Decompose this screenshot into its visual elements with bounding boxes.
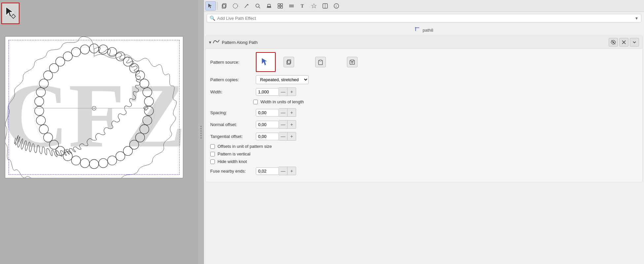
width-input-group: — + xyxy=(256,87,296,96)
offsets-unit-checkbox[interactable] xyxy=(210,144,215,149)
tangential-offset-decrease-btn[interactable]: — xyxy=(279,132,288,141)
link-btn[interactable] xyxy=(347,57,357,67)
effects-toolbar: T i xyxy=(204,0,644,12)
spacing-input-group: — + xyxy=(256,108,296,117)
effect-visible-btn[interactable] xyxy=(609,38,618,47)
width-row: Width: — + xyxy=(210,87,638,96)
normal-offset-increase-btn[interactable]: + xyxy=(288,120,296,129)
width-units-label[interactable]: Width in units of length xyxy=(260,99,304,104)
drawing-canvas: CFZ xyxy=(5,36,183,178)
toolbar-btn-lines[interactable] xyxy=(286,1,297,11)
effect-title: Pattern Along Path xyxy=(222,40,609,45)
pattern-vertical-label[interactable]: Pattern is vertical xyxy=(218,151,251,156)
search-input[interactable] xyxy=(217,16,635,21)
divider-handle xyxy=(200,126,202,139)
search-bar: 🔍 ▾ xyxy=(207,14,641,22)
canvas-svg: CFZ xyxy=(5,37,183,178)
toolbar-btn-node-edit[interactable] xyxy=(320,1,330,11)
paste-btn[interactable] xyxy=(315,57,326,67)
svg-rect-84 xyxy=(352,61,353,63)
toolbar-btn-search[interactable] xyxy=(253,1,263,11)
effect-body: Pattern source: xyxy=(206,49,642,182)
fuse-nearby-increase-btn[interactable]: + xyxy=(288,167,296,175)
normal-offset-decrease-btn[interactable]: — xyxy=(279,120,288,129)
width-increase-btn[interactable]: + xyxy=(288,87,296,96)
spacing-increase-btn[interactable]: + xyxy=(288,108,296,117)
effects-panel: T i 🔍 ▾ xyxy=(204,0,644,264)
svg-point-50 xyxy=(233,4,238,8)
fuse-nearby-input[interactable] xyxy=(256,167,279,175)
tangential-offset-label: Tangential offset: xyxy=(210,134,253,139)
normal-offset-label: Normal offset: xyxy=(210,122,253,127)
width-units-checkbox[interactable] xyxy=(253,100,258,104)
svg-rect-59 xyxy=(278,4,280,6)
effect-header: ▾ Pattern Along Path xyxy=(206,36,642,49)
path-label: path8 xyxy=(423,28,433,33)
svg-rect-61 xyxy=(278,6,280,8)
pattern-copies-value-area: Single, stretched Single, repeated Repea… xyxy=(256,75,309,84)
width-input[interactable] xyxy=(256,88,279,96)
toolbar-btn-select[interactable] xyxy=(205,1,216,11)
toolbar-btn-info[interactable]: i xyxy=(331,1,342,11)
toolbar-btn-copy[interactable] xyxy=(219,1,229,11)
svg-line-55 xyxy=(259,7,260,8)
svg-marker-47 xyxy=(208,4,212,8)
fuse-nearby-label: Fuse nearby ends: xyxy=(210,169,253,174)
normal-offset-input-group: — + xyxy=(256,120,296,129)
pattern-source-row: Pattern source: xyxy=(210,52,638,72)
normal-offset-input[interactable] xyxy=(256,121,279,128)
pattern-vertical-checkbox[interactable] xyxy=(210,152,215,156)
path-label-row: path8 xyxy=(204,24,644,36)
tangential-offset-increase-btn[interactable]: + xyxy=(288,132,296,141)
offsets-unit-label[interactable]: Offsets in unit of pattern size xyxy=(218,144,272,149)
effect-icon xyxy=(213,39,220,46)
pattern-copies-label: Pattern copies: xyxy=(210,77,253,82)
svg-rect-83 xyxy=(351,60,354,61)
width-decrease-btn[interactable]: — xyxy=(279,87,288,96)
tool-indicator xyxy=(1,3,19,24)
effect-expand-btn[interactable] xyxy=(630,38,639,47)
pattern-source-label: Pattern source: xyxy=(210,60,253,65)
pattern-source-box[interactable] xyxy=(256,52,276,72)
svg-rect-81 xyxy=(320,60,322,61)
fuse-nearby-decrease-btn[interactable]: — xyxy=(279,167,288,175)
panel-divider[interactable] xyxy=(198,0,204,264)
svg-text:T: T xyxy=(301,4,304,9)
svg-marker-0 xyxy=(6,7,13,17)
pattern-vertical-row: Pattern is vertical xyxy=(210,151,638,156)
toolbar-btn-grid[interactable] xyxy=(275,1,286,11)
effect-remove-btn[interactable] xyxy=(619,38,628,47)
pattern-copies-row: Pattern copies: Single, stretched Single… xyxy=(210,75,638,84)
effect-collapse-btn[interactable]: ▾ xyxy=(209,40,211,45)
search-icon: 🔍 xyxy=(210,16,215,21)
spacing-row: Spacing: — + xyxy=(210,108,638,117)
tangential-offset-input[interactable] xyxy=(256,133,279,140)
toolbar-btn-text[interactable]: T xyxy=(297,1,308,11)
svg-marker-77 xyxy=(262,58,267,65)
width-units-row: Width in units of length xyxy=(253,99,638,104)
svg-point-72 xyxy=(415,27,416,28)
svg-rect-58 xyxy=(267,7,271,8)
search-dropdown-btn[interactable]: ▾ xyxy=(635,16,638,21)
pattern-copies-select[interactable]: Single, stretched Single, repeated Repea… xyxy=(256,75,309,84)
tool-cursor-icon xyxy=(5,6,17,21)
svg-point-40 xyxy=(63,52,72,61)
svg-rect-60 xyxy=(281,4,283,6)
spacing-input[interactable] xyxy=(256,109,279,116)
hide-width-knot-checkbox[interactable] xyxy=(210,159,215,164)
fuse-nearby-input-group: — + xyxy=(256,167,296,175)
toolbar-btn-star[interactable] xyxy=(309,1,319,11)
spacing-label: Spacing: xyxy=(210,110,253,115)
spacing-decrease-btn[interactable]: — xyxy=(279,108,288,117)
effect-actions xyxy=(609,38,639,47)
copy-from-clipboard-btn[interactable] xyxy=(284,57,294,67)
toolbar-btn-circle[interactable] xyxy=(230,1,241,11)
hide-width-knot-label[interactable]: Hide width knot xyxy=(218,159,247,164)
svg-point-41 xyxy=(71,48,81,57)
toolbar-sep-1 xyxy=(217,2,218,10)
toolbar-btn-pen[interactable] xyxy=(241,1,252,11)
canvas-area: CFZ xyxy=(0,0,198,264)
svg-point-42 xyxy=(80,45,89,54)
effect-block-pattern-along-path: ▾ Pattern Along Path xyxy=(205,36,643,182)
toolbar-btn-stamp[interactable] xyxy=(264,1,274,11)
